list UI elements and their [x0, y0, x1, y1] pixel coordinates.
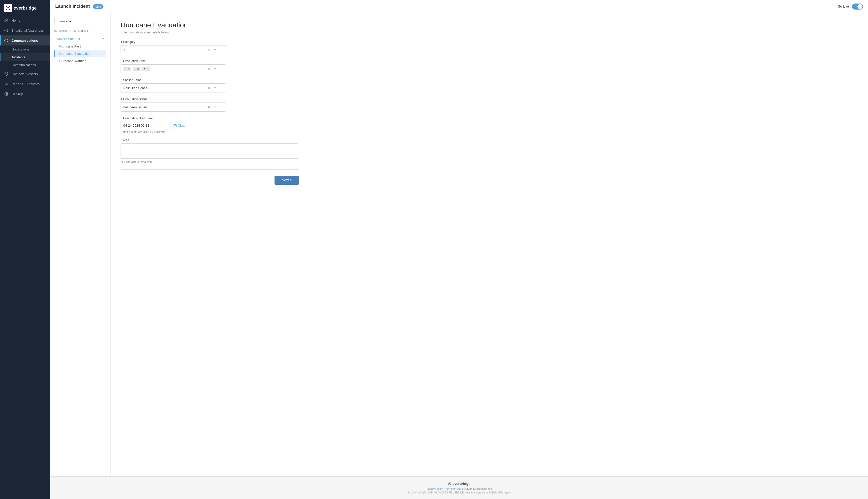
top-bar: Launch Incident Live Go Live	[50, 0, 868, 13]
footer: everbridge Privacy Policy | Terms of Use…	[50, 476, 868, 499]
field-num: 5	[121, 117, 123, 120]
live-badge: Live	[93, 4, 103, 9]
footer-logo: everbridge	[55, 482, 863, 486]
field-category-value: 1	[123, 48, 125, 52]
field-category-clear[interactable]: ✕	[208, 48, 210, 52]
sidebar-item-notifications-label: Notifications	[12, 48, 29, 51]
sidebar: everbridge Home Situational Awareness Co…	[0, 0, 50, 499]
left-panel: Individual Incidents Severe Weather ▾ Hu…	[50, 13, 111, 476]
calendar-clear-button[interactable]: Clear	[173, 124, 186, 127]
sidebar-item-communications-sub[interactable]: Communications	[0, 61, 50, 69]
field-shelter-name: 3 Shelter Name Polk High School ✕ ▾	[121, 78, 858, 93]
field-evacuation-status-label: 4 Evacuation Status	[121, 97, 858, 101]
go-live-label: Go Live	[838, 4, 849, 8]
sidebar-item-reports-analytics-label: Reports + Analytics	[12, 82, 40, 86]
sidebar-item-settings-label: Settings	[12, 92, 23, 96]
version-info-icon: ℹ	[464, 491, 466, 494]
home-icon	[4, 18, 9, 23]
field-evacuation-start-time-label: 5 Evacuation Start Time	[121, 117, 858, 120]
calendar-icon	[173, 124, 177, 127]
sidebar-logo: everbridge	[0, 0, 50, 15]
scenario-item-hurricane-warning[interactable]: Hurricane Warning	[54, 57, 106, 64]
field-num: 6	[121, 138, 123, 142]
next-button[interactable]: Next >	[274, 175, 299, 185]
sidebar-item-incidents[interactable]: Incidents	[0, 53, 50, 61]
svg-point-7	[6, 73, 7, 74]
sidebar-item-home[interactable]: Home	[0, 15, 50, 25]
field-num: 3	[121, 78, 123, 82]
svg-marker-6	[4, 39, 6, 41]
area-textarea[interactable]	[121, 144, 299, 159]
logo-text: everbridge	[14, 5, 37, 11]
tag-5: 5 ✕	[142, 66, 150, 71]
privacy-policy-link[interactable]: Privacy Policy	[426, 487, 443, 490]
sidebar-item-notifications[interactable]: Notifications	[0, 46, 50, 53]
form-panel: Hurricane Evacuation Enter / update inci…	[111, 13, 868, 476]
svg-point-1	[6, 30, 7, 31]
field-evacuation-zone-chevron[interactable]: ▾	[212, 67, 216, 71]
tag-5-remove[interactable]: ✕	[146, 67, 149, 71]
sidebar-item-communications-label: Communications	[12, 39, 38, 42]
tag-2-remove[interactable]: ✕	[127, 67, 130, 71]
svg-point-11	[6, 94, 7, 95]
sidebar-item-reports-analytics[interactable]: Reports + Analytics	[0, 79, 50, 89]
search-input[interactable]	[54, 17, 106, 25]
sidebar-item-situational-awareness-label: Situational Awareness	[12, 29, 44, 33]
form-divider	[121, 169, 299, 170]
sidebar-item-home-label: Home	[12, 19, 20, 22]
field-category-label: 1 Category	[121, 40, 858, 44]
datetime-input[interactable]	[121, 122, 171, 130]
terms-of-use-link[interactable]: Terms of Use	[445, 487, 461, 490]
char-count: 260 characters remaining	[121, 160, 858, 163]
scenario-group-header-severe-weather[interactable]: Severe Weather ▾	[54, 35, 106, 43]
tag-2: 2 ✕	[123, 66, 131, 71]
field-evacuation-status: 4 Evacuation Status has been issued ✕ ▾	[121, 97, 858, 112]
sidebar-item-communications[interactable]: Communications	[0, 35, 50, 46]
field-evacuation-status-value: has been issued	[123, 105, 147, 109]
field-evacuation-zone-clear[interactable]: ✕	[208, 67, 210, 71]
main-content: Individual Incidents Severe Weather ▾ Hu…	[50, 13, 868, 476]
field-num: 1	[121, 40, 123, 44]
sidebar-item-communications-sub-label: Communications	[12, 63, 36, 67]
field-evacuation-status-clear[interactable]: ✕	[208, 105, 210, 109]
scenario-group-label: Severe Weather	[57, 37, 80, 41]
tag-1-remove[interactable]: ✕	[137, 67, 139, 71]
scenario-item-hurricane-alert[interactable]: Hurricane Alert	[54, 43, 106, 50]
contacts-assets-icon	[4, 72, 9, 76]
footer-version: 24.1.0.4-ca31a5d-2024-03-06-06:56 FE-VER…	[55, 491, 863, 494]
section-label: Individual Incidents	[54, 29, 106, 33]
field-evacuation-status-select[interactable]: has been issued ✕ ▾	[121, 102, 226, 112]
field-evacuation-zone-select[interactable]: 2 ✕ 1 ✕ 5 ✕ ✕ ▾	[121, 64, 226, 73]
scenario-group-severe-weather: Severe Weather ▾ Hurricane Alert Hurrica…	[54, 35, 106, 64]
form-title: Hurricane Evacuation	[121, 21, 858, 29]
field-evacuation-zone-label: 2 Evacuation Zone	[121, 59, 858, 63]
situational-awareness-icon	[4, 28, 9, 33]
sidebar-item-situational-awareness[interactable]: Situational Awareness	[0, 25, 50, 35]
field-shelter-name-label: 3 Shelter Name	[121, 78, 858, 82]
sidebar-item-settings[interactable]: Settings	[0, 89, 50, 99]
footer-logo-icon	[448, 482, 451, 485]
field-area-label: 6 Area	[121, 138, 858, 142]
scenario-item-hurricane-evacuation[interactable]: Hurricane Evacuation	[54, 50, 106, 57]
date-format-hint: Date Format: MM-DD-YYYY HH:MM	[121, 130, 858, 133]
field-evacuation-zone: 2 Evacuation Zone 2 ✕ 1 ✕ 5 ✕ ✕ ▾	[121, 59, 858, 73]
sidebar-item-incidents-label: Incidents	[12, 55, 25, 59]
field-area: 6 Area 260 characters remaining	[121, 138, 858, 163]
field-shelter-name-select[interactable]: Polk High School ✕ ▾	[121, 83, 226, 93]
field-category-chevron[interactable]: ▾	[212, 48, 216, 51]
field-category-select[interactable]: 1 ✕ ▾	[121, 45, 226, 54]
footer-links: Privacy Policy | Terms of Use | © 2024 E…	[55, 487, 863, 490]
sidebar-item-contacts-assets[interactable]: Contacts + Assets	[0, 69, 50, 79]
field-shelter-name-clear[interactable]: ✕	[208, 86, 210, 90]
reports-analytics-icon	[4, 82, 9, 86]
field-evacuation-status-chevron[interactable]: ▾	[212, 105, 216, 109]
logo-icon	[4, 4, 12, 12]
field-category: 1 Category 1 ✕ ▾	[121, 40, 858, 54]
footer-logo-text: everbridge	[452, 482, 470, 486]
field-shelter-name-value: Polk High School	[123, 86, 148, 90]
chevron-down-icon: ▾	[102, 37, 104, 40]
copyright: © 2024 Everbridge, Inc.	[464, 487, 493, 490]
field-evacuation-start-time: 5 Evacuation Start Time Clear Date Forma…	[121, 117, 858, 133]
go-live-toggle[interactable]	[852, 3, 863, 10]
field-shelter-name-chevron[interactable]: ▾	[212, 86, 216, 90]
